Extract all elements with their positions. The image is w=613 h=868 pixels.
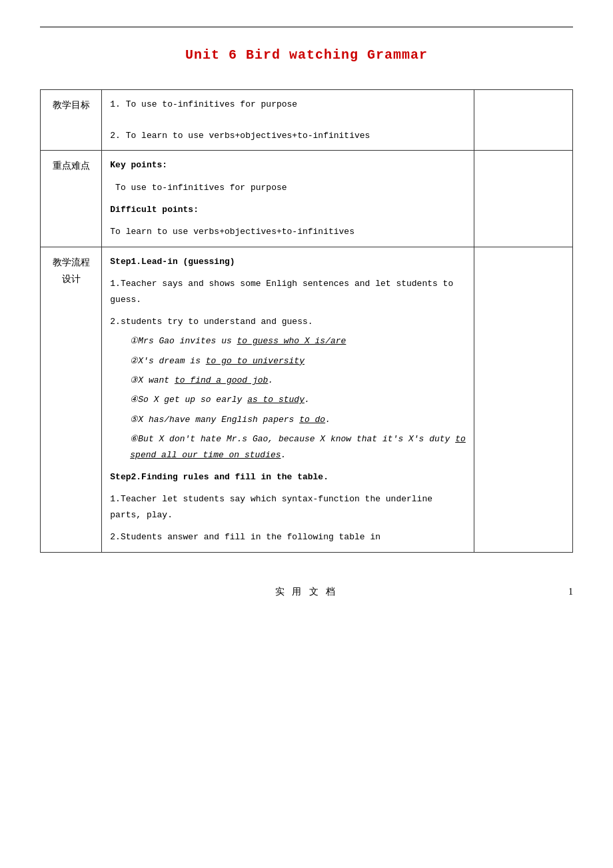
label-procedure: 教学流程设计 <box>41 247 102 552</box>
key-points-content: To use to-infinitives for purpose <box>110 180 466 195</box>
step2-heading: Step2.Finding rules and fill in the tabl… <box>110 469 466 485</box>
label-keypoints: 重点难点 <box>41 151 102 247</box>
sentence-2: ②X's dream is to go to university <box>130 353 466 369</box>
footer-page-number: 1 <box>338 587 573 597</box>
step2-item2: 2.Students answer and fill in the follow… <box>110 529 466 545</box>
content-objectives: 1. To use to-infinitives for purpose 2. … <box>102 90 474 151</box>
sentence-1: ①Mrs Gao invites us to guess who X is/ar… <box>130 333 466 349</box>
footer-center-text: 实 用 文 档 <box>275 586 338 598</box>
table-row-procedure: 教学流程设计 Step1.Lead-in (guessing) 1.Teache… <box>41 247 573 552</box>
sentence-3: ③X want to find a good job. <box>130 373 466 388</box>
main-table: 教学目标 1. To use to-infinitives for purpos… <box>40 89 573 553</box>
table-row-keypoints: 重点难点 Key points: To use to-infinitives f… <box>41 151 573 247</box>
content-keypoints: Key points: To use to-infinitives for pu… <box>102 151 474 247</box>
objective-1: 1. To use to-infinitives for purpose <box>110 99 297 109</box>
step2-item1: 1.Teacher let students say which syntax-… <box>110 491 466 523</box>
sentence-6: ⑥But X don't hate Mr.s Gao, because X kn… <box>130 431 466 463</box>
table-row-objectives: 教学目标 1. To use to-infinitives for purpos… <box>41 90 573 151</box>
label-objectives: 教学目标 <box>41 90 102 151</box>
step1-item2: 2.students try to understand and guess. <box>110 314 466 329</box>
key-points-heading: Key points: <box>110 157 466 173</box>
step1-heading: Step1.Lead-in (guessing) <box>110 254 466 269</box>
step1-item1: 1.Teacher says and shows some Enligh sen… <box>110 276 466 307</box>
footer: 实 用 文 档 1 <box>40 579 573 598</box>
right-cell-keypoints <box>474 151 572 247</box>
page-title: Unit 6 Bird watching Grammar <box>40 47 573 63</box>
top-divider <box>40 27 573 27</box>
difficult-points-content: To learn to use verbs+objectives+to-infi… <box>110 224 466 239</box>
right-cell-objectives <box>474 90 572 151</box>
difficult-points-heading: Difficult points: <box>110 202 466 217</box>
right-cell-procedure <box>474 247 572 552</box>
objective-2: 2. To learn to use verbs+objectives+to-i… <box>110 131 370 141</box>
sentence-5: ⑤X has/have many English papers to do. <box>130 412 466 427</box>
sentence-4: ④So X get up so early as to study. <box>130 392 466 407</box>
content-procedure: Step1.Lead-in (guessing) 1.Teacher says … <box>102 247 474 552</box>
